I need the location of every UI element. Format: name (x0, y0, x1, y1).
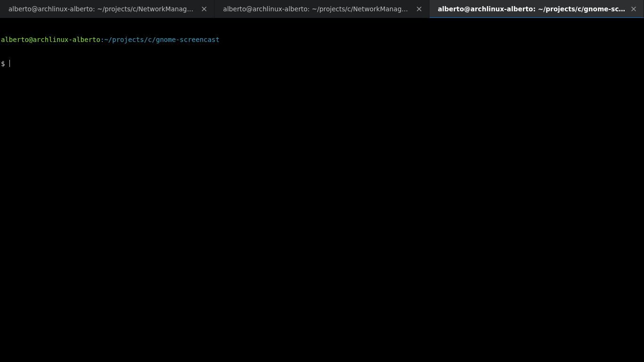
close-icon[interactable] (415, 5, 423, 13)
close-icon[interactable] (629, 5, 638, 13)
terminal-viewport[interactable]: alberto@archlinux-alberto:~/projects/c/g… (0, 18, 644, 362)
close-icon[interactable] (200, 5, 208, 13)
terminal-tab-1[interactable]: alberto@archlinux-alberto: ~/projects/c/… (0, 0, 215, 18)
terminal-tab-3[interactable]: alberto@archlinux-alberto: ~/projects/c/… (429, 0, 644, 18)
prompt-separator: : (100, 36, 104, 43)
tab-title: alberto@archlinux-alberto: ~/projects/c/… (223, 5, 411, 13)
tab-bar: alberto@archlinux-alberto: ~/projects/c/… (0, 0, 644, 18)
prompt-line-1: alberto@archlinux-alberto:~/projects/c/g… (1, 36, 643, 44)
prompt-line-2: $ (1, 60, 643, 68)
prompt-symbol: $ (1, 60, 9, 67)
terminal-tab-2[interactable]: alberto@archlinux-alberto: ~/projects/c/… (215, 0, 429, 18)
prompt-path: ~/projects/c/gnome-screencast (104, 36, 219, 43)
prompt-userhost: alberto@archlinux-alberto (1, 36, 100, 43)
tab-title: alberto@archlinux-alberto: ~/projects/c/… (438, 5, 626, 13)
tab-title: alberto@archlinux-alberto: ~/projects/c/… (8, 5, 196, 13)
text-cursor (9, 60, 10, 67)
